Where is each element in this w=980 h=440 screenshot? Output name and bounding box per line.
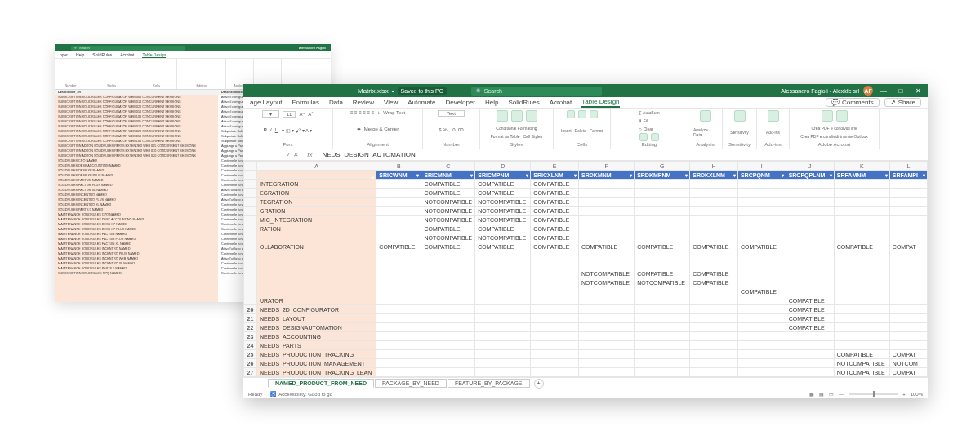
cell[interactable] <box>421 278 475 287</box>
cell[interactable] <box>579 296 635 305</box>
cell[interactable]: COMPATIBLE <box>786 305 834 314</box>
cell[interactable]: MIC_INTEGRATION <box>256 216 376 224</box>
row-header[interactable] <box>244 207 257 216</box>
table-header[interactable]: SRICXLNM <box>531 171 579 180</box>
cell[interactable] <box>690 341 738 350</box>
cell[interactable] <box>376 216 421 224</box>
zoom-slider[interactable] <box>849 393 898 395</box>
cell[interactable]: COMPATIBLE <box>531 180 579 189</box>
cell[interactable] <box>737 323 786 332</box>
new-sheet-button[interactable]: + <box>534 379 544 389</box>
cell[interactable] <box>737 368 786 377</box>
cell[interactable] <box>834 296 889 305</box>
conditional-formatting-icon[interactable] <box>497 110 508 122</box>
cell[interactable] <box>786 242 834 251</box>
cell[interactable]: COMPATIBLE <box>475 189 531 198</box>
cell[interactable] <box>579 377 635 378</box>
row-header[interactable] <box>244 189 257 198</box>
cell[interactable] <box>834 189 889 198</box>
cell[interactable] <box>889 305 927 314</box>
row-header[interactable]: 22 <box>244 323 257 332</box>
cell[interactable] <box>475 296 531 305</box>
cell[interactable] <box>889 269 927 278</box>
cell[interactable]: NEEDS_LAYOUT <box>256 314 376 323</box>
cell[interactable] <box>579 260 635 269</box>
cell[interactable] <box>635 296 690 305</box>
cell[interactable] <box>579 350 635 359</box>
cell[interactable]: COMPATIBLE <box>579 242 635 251</box>
tab[interactable]: View <box>384 99 398 106</box>
cell[interactable]: NEEDS_PRODUCTION_TRACKING <box>256 350 376 359</box>
cell[interactable] <box>786 207 834 216</box>
cell[interactable] <box>786 233 834 242</box>
cell[interactable] <box>786 368 834 377</box>
cell[interactable] <box>531 368 579 377</box>
cell[interactable] <box>376 377 421 378</box>
cell[interactable] <box>889 296 927 305</box>
column-header[interactable]: B <box>376 162 421 171</box>
search-box[interactable]: Search <box>471 87 602 96</box>
cell[interactable] <box>834 314 889 323</box>
cell[interactable] <box>376 341 421 350</box>
row-header[interactable] <box>244 269 257 278</box>
cell[interactable] <box>690 198 738 207</box>
cell[interactable] <box>635 314 690 323</box>
cell[interactable] <box>786 180 834 189</box>
cell[interactable] <box>376 278 421 287</box>
cell[interactable]: NOTCOMPATIBLE <box>579 269 635 278</box>
cell[interactable]: COMPATIBLE <box>690 269 738 278</box>
cell[interactable] <box>421 269 475 278</box>
cell[interactable] <box>737 251 786 260</box>
tab[interactable]: Help <box>76 52 84 57</box>
cell[interactable] <box>786 269 834 278</box>
formula-input[interactable]: NEDS_DESIGN_AUTOMATION <box>317 151 420 158</box>
column-header[interactable]: K <box>834 162 889 171</box>
cell[interactable]: NOTCOMPATIBLE <box>475 233 531 242</box>
column-header[interactable]: A <box>256 162 376 171</box>
cell[interactable] <box>690 359 738 368</box>
cell[interactable] <box>737 224 786 233</box>
cell[interactable] <box>579 314 635 323</box>
cell[interactable] <box>786 251 834 260</box>
cell[interactable] <box>737 180 786 189</box>
worksheet-grid[interactable]: ABCDEFGHIJKLSRICWNMSRICMNMSRICMPNMSRICXL… <box>243 161 928 377</box>
cell[interactable] <box>834 269 889 278</box>
column-header[interactable]: F <box>579 162 635 171</box>
cell[interactable] <box>635 323 690 332</box>
cell[interactable] <box>531 296 579 305</box>
cell[interactable] <box>690 260 738 269</box>
cell[interactable] <box>475 314 531 323</box>
row-header[interactable] <box>244 278 257 287</box>
cell[interactable] <box>421 251 475 260</box>
search-box-back[interactable]: Search <box>71 46 185 51</box>
user-name[interactable]: Alessandro Fagioli - Alexide srl <box>781 88 859 94</box>
cell[interactable] <box>635 341 690 350</box>
cell[interactable]: EGRATION <box>256 189 376 198</box>
cell[interactable]: COMPATIBLE <box>531 216 579 224</box>
cell[interactable] <box>579 368 635 377</box>
cell[interactable] <box>737 296 786 305</box>
cell[interactable] <box>786 341 834 350</box>
share-button[interactable]: ↗ Share <box>884 98 921 107</box>
cell[interactable]: COMPATIBLE <box>786 323 834 332</box>
cell[interactable] <box>475 287 531 296</box>
cell[interactable] <box>635 350 690 359</box>
row-header[interactable] <box>244 242 257 251</box>
pdf-outlook-icon[interactable] <box>836 110 848 122</box>
cell[interactable] <box>421 368 475 377</box>
cell[interactable]: NOTCOMPATIBLE <box>421 198 475 207</box>
cell[interactable] <box>635 332 690 341</box>
cell[interactable] <box>834 341 889 350</box>
cell[interactable] <box>690 233 738 242</box>
pdf-link-icon[interactable] <box>822 110 833 122</box>
row-header[interactable] <box>244 180 257 189</box>
cell[interactable]: URATOR <box>256 296 376 305</box>
cell[interactable] <box>834 287 889 296</box>
table-header[interactable]: SRFAMPI <box>889 171 927 180</box>
cell[interactable] <box>475 305 531 314</box>
cell[interactable] <box>531 359 579 368</box>
cell[interactable] <box>579 233 635 242</box>
addins-icon[interactable] <box>768 110 779 122</box>
cell[interactable] <box>376 314 421 323</box>
cell[interactable] <box>889 377 927 378</box>
